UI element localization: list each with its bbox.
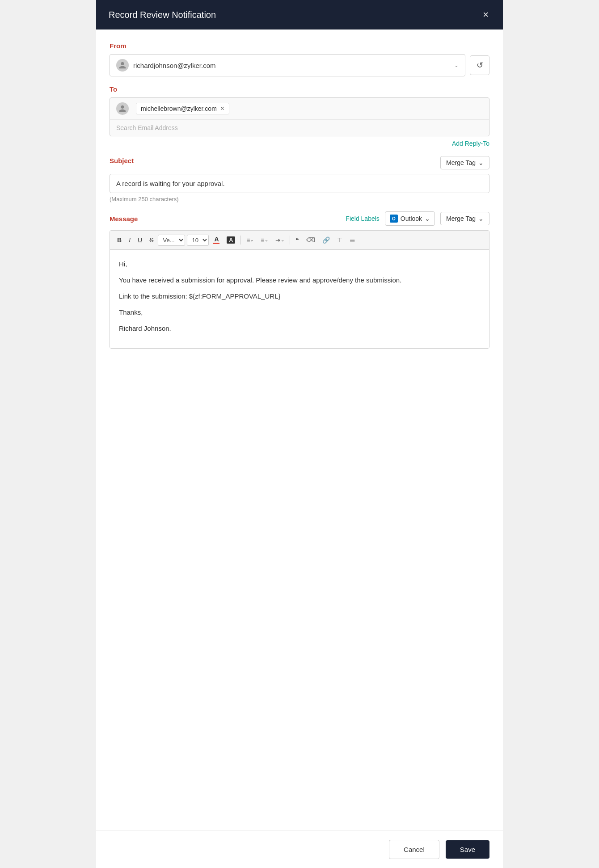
font-color-button[interactable]: A — [211, 234, 222, 246]
subject-merge-tag-label: Merge Tag — [446, 159, 476, 166]
blockquote-icon: ❝ — [295, 237, 299, 243]
message-merge-tag-chevron: ⌄ — [478, 215, 484, 222]
list-button[interactable]: ≡ ⌄ — [258, 235, 270, 245]
layout-icon: ⚌ — [350, 237, 355, 243]
strikethrough-button[interactable]: S — [147, 235, 156, 245]
align-chevron: ⌄ — [250, 238, 253, 242]
message-merge-tag-button[interactable]: Merge Tag ⌄ — [440, 212, 489, 225]
list-chevron: ⌄ — [265, 238, 268, 242]
to-field-wrapper: michellebrown@zylker.com × — [110, 97, 489, 136]
message-line-2: You have received a submission for appro… — [119, 275, 480, 286]
modal-body: From richardjohnson@zylker.com ⌄ ↺ — [96, 29, 503, 830]
to-tags-row: michellebrown@zylker.com × — [110, 98, 489, 120]
message-merge-tag-label: Merge Tag — [446, 215, 476, 222]
subject-section: Subject Merge Tag ⌄ (Maximum 250 charact… — [110, 156, 489, 202]
italic-button[interactable]: I — [126, 235, 133, 245]
field-labels-link[interactable]: Field Labels — [346, 215, 380, 222]
remove-recipient-button[interactable]: × — [220, 105, 224, 112]
from-chevron-icon: ⌄ — [454, 62, 459, 68]
editor-content[interactable]: Hi, You have received a submission for a… — [110, 250, 489, 348]
table-button[interactable]: ⊤ — [334, 235, 345, 245]
indent-icon: ⇥ — [275, 237, 281, 243]
underline-button[interactable]: U — [135, 235, 145, 245]
align-icon: ≡ — [246, 237, 250, 243]
subject-header-row: Subject Merge Tag ⌄ — [110, 156, 489, 169]
message-line-3: Link to the submission: ${zf:FORM_APPROV… — [119, 291, 480, 302]
save-button[interactable]: Save — [446, 840, 489, 859]
table-icon: ⊤ — [337, 237, 342, 243]
link-icon: 🔗 — [322, 237, 330, 243]
message-line-5: Richard Johnson. — [119, 323, 480, 334]
indent-button[interactable]: ⇥ ⌄ — [273, 235, 287, 245]
align-button[interactable]: ≡ ⌄ — [244, 235, 256, 245]
outlook-label: Outlook — [401, 215, 422, 222]
refresh-icon: ↺ — [477, 60, 483, 70]
eraser-button[interactable]: ⌫ — [304, 235, 318, 245]
toolbar-separator-1 — [240, 236, 241, 244]
modal-footer: Cancel Save — [96, 830, 503, 868]
modal-title: Record Review Notification — [109, 10, 216, 20]
blockquote-button[interactable]: ❝ — [293, 235, 302, 245]
to-email-tag: michellebrown@zylker.com × — [136, 103, 229, 114]
close-button[interactable]: × — [481, 8, 490, 21]
from-label: From — [110, 42, 489, 50]
modal-header: Record Review Notification × — [96, 0, 503, 29]
refresh-button[interactable]: ↺ — [470, 55, 489, 75]
font-bg-color-button[interactable]: A — [224, 235, 238, 245]
list-icon: ≡ — [261, 237, 264, 243]
to-section: To michellebrown@zylker.com × Add R — [110, 85, 489, 147]
cancel-button[interactable]: Cancel — [389, 840, 439, 859]
message-header-row: Message Field Labels O Outlook ⌄ Merge T… — [110, 211, 489, 226]
indent-chevron: ⌄ — [281, 238, 284, 242]
from-avatar — [116, 59, 129, 72]
add-reply-to-link[interactable]: Add Reply-To — [452, 140, 489, 147]
from-section: From richardjohnson@zylker.com ⌄ ↺ — [110, 42, 489, 76]
from-email-value: richardjohnson@zylker.com — [133, 62, 451, 69]
add-reply-to-row: Add Reply-To — [110, 140, 489, 147]
color-indicator — [213, 243, 219, 244]
from-row: richardjohnson@zylker.com ⌄ ↺ — [110, 54, 489, 76]
outlook-chevron: ⌄ — [425, 215, 430, 222]
modal-dialog: Record Review Notification × From richar… — [96, 0, 503, 868]
message-section: Message Field Labels O Outlook ⌄ Merge T… — [110, 211, 489, 349]
subject-input[interactable] — [110, 174, 489, 193]
outlook-button[interactable]: O Outlook ⌄ — [385, 211, 435, 226]
font-size-select[interactable]: 10 — [187, 235, 209, 246]
subject-label: Subject — [110, 157, 134, 164]
font-color-icon: A — [214, 236, 219, 242]
font-bg-color-icon: A — [227, 236, 235, 244]
layout-button[interactable]: ⚌ — [347, 235, 358, 245]
to-email-value: michellebrown@zylker.com — [141, 105, 217, 112]
bold-button[interactable]: B — [114, 235, 124, 245]
editor-wrapper: B I U S Ve... 10 A — [110, 230, 489, 349]
toolbar-separator-2 — [290, 236, 290, 244]
to-label: To — [110, 85, 489, 93]
subject-hint: (Maximum 250 characters) — [110, 196, 489, 202]
editor-toolbar: B I U S Ve... 10 A — [110, 231, 489, 250]
font-family-select[interactable]: Ve... — [158, 235, 185, 246]
link-button[interactable]: 🔗 — [320, 235, 333, 245]
message-line-4: Thanks, — [119, 307, 480, 318]
message-label: Message — [110, 215, 138, 223]
subject-merge-tag-chevron: ⌄ — [478, 159, 484, 166]
to-avatar — [116, 102, 129, 115]
from-select[interactable]: richardjohnson@zylker.com ⌄ — [110, 54, 465, 76]
message-line-1: Hi, — [119, 259, 480, 270]
outlook-icon: O — [390, 215, 398, 223]
subject-merge-tag-button[interactable]: Merge Tag ⌄ — [440, 156, 489, 169]
to-search-input[interactable] — [110, 120, 489, 136]
eraser-icon: ⌫ — [306, 237, 315, 243]
